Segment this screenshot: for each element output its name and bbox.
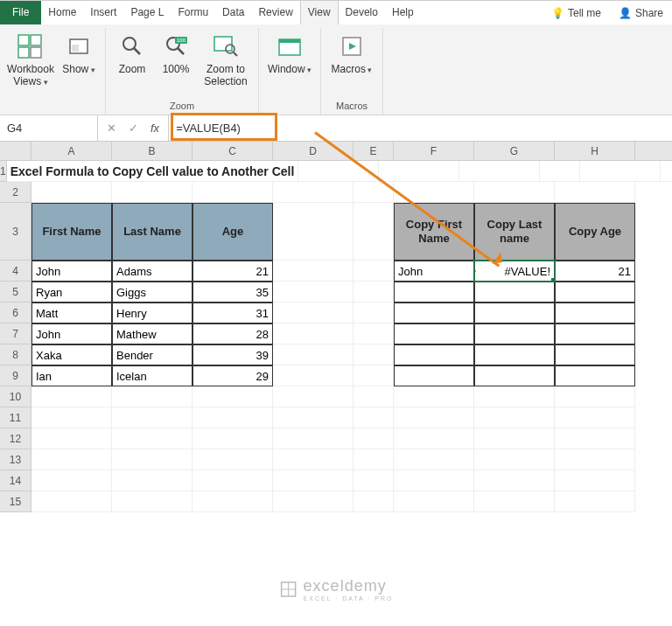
tab-view[interactable]: View — [300, 1, 339, 24]
watermark-icon — [279, 580, 298, 599]
enter-icon[interactable]: ✓ — [129, 122, 138, 135]
col-header-f[interactable]: F — [394, 142, 474, 160]
row-header-3[interactable]: 3 — [0, 203, 32, 261]
t2-header-first[interactable]: Copy First Name — [394, 203, 474, 261]
name-box[interactable]: G4 — [0, 115, 98, 141]
tab-page-layout[interactable]: Page L — [123, 1, 171, 24]
cell-g8[interactable] — [474, 344, 555, 365]
macros-button[interactable]: Macros — [326, 28, 377, 99]
col-header-a[interactable]: A — [32, 142, 112, 160]
row-header-9[interactable]: 9 — [0, 365, 32, 386]
workbook-views-button[interactable]: Workbook Views — [5, 28, 56, 99]
col-header-h[interactable]: H — [555, 142, 635, 160]
tab-review[interactable]: Review — [251, 1, 299, 24]
cell-f8[interactable] — [394, 344, 474, 365]
row-header-2[interactable]: 2 — [0, 182, 32, 203]
cell-g5[interactable] — [474, 282, 555, 303]
cell-c7[interactable]: 28 — [192, 323, 273, 344]
fill-handle[interactable] — [550, 277, 555, 282]
cell-c5[interactable]: 35 — [192, 282, 273, 303]
row-header-7[interactable]: 7 — [0, 323, 32, 344]
cell-h7[interactable] — [555, 323, 635, 344]
col-header-g[interactable]: G — [474, 142, 555, 160]
cell-a7[interactable]: John — [32, 323, 112, 344]
cell-a8[interactable]: Xaka — [32, 344, 112, 365]
cell-a6[interactable]: Matt — [32, 303, 112, 323]
cell-a4[interactable]: John — [32, 261, 112, 282]
tab-data[interactable]: Data — [215, 1, 251, 24]
col-header-b[interactable]: B — [112, 142, 192, 160]
row-header-1[interactable]: 1 — [0, 161, 7, 182]
cell-f6[interactable] — [394, 303, 474, 323]
cell-g9[interactable] — [474, 365, 555, 386]
fx-icon[interactable]: fx — [150, 122, 159, 135]
row-header-15[interactable]: 15 — [0, 491, 32, 512]
zoom-100-button[interactable]: 100 100% — [155, 28, 197, 99]
cell-c4[interactable]: 21 — [192, 261, 273, 282]
tab-developer[interactable]: Develo — [339, 1, 385, 24]
svg-text:100: 100 — [177, 38, 186, 43]
cell-g6[interactable] — [474, 303, 555, 323]
row-header-13[interactable]: 13 — [0, 449, 32, 470]
formula-highlight-box — [171, 113, 277, 141]
t1-header-last[interactable]: Last Name — [112, 203, 192, 261]
cell-g4[interactable]: #VALUE! — [474, 261, 555, 282]
cell-a9[interactable]: Ian — [32, 365, 112, 386]
row-header-10[interactable]: 10 — [0, 386, 32, 407]
row-header-8[interactable]: 8 — [0, 344, 32, 365]
cell-b5[interactable]: Giggs — [112, 282, 192, 303]
select-all-corner[interactable] — [0, 142, 32, 160]
sheet-title[interactable]: Excel Formula to Copy Cell value to Anot… — [7, 161, 299, 182]
row-header-12[interactable]: 12 — [0, 428, 32, 449]
window-icon — [277, 31, 302, 61]
show-button[interactable]: Show — [58, 28, 100, 99]
cell-c8[interactable]: 39 — [192, 344, 273, 365]
tab-file[interactable]: File — [0, 1, 41, 24]
t2-header-age[interactable]: Copy Age — [555, 203, 635, 261]
cell-b4[interactable]: Adams — [112, 261, 192, 282]
tab-insert[interactable]: Insert — [83, 1, 123, 24]
cell-f5[interactable] — [394, 282, 474, 303]
cell-f9[interactable] — [394, 365, 474, 386]
cell-b8[interactable]: Bender — [112, 344, 192, 365]
formula-input[interactable]: =VALUE(B4) — [169, 115, 672, 141]
tab-formulas[interactable]: Formu — [171, 1, 215, 24]
col-header-e[interactable]: E — [354, 142, 394, 160]
cell-h6[interactable] — [555, 303, 635, 323]
cell-b9[interactable]: Icelan — [112, 365, 192, 386]
share-button[interactable]: 👤 Share — [610, 7, 672, 19]
zoom-icon — [121, 31, 144, 61]
svg-line-9 — [178, 48, 184, 54]
window-button[interactable]: Window — [264, 28, 315, 99]
ribbon-tabs: File Home Insert Page L Formu Data Revie… — [0, 0, 672, 24]
t1-header-first[interactable]: First Name — [32, 203, 112, 261]
cell-g7[interactable] — [474, 323, 555, 344]
tell-me[interactable]: 💡 Tell me — [542, 7, 610, 19]
tab-home[interactable]: Home — [41, 1, 83, 24]
cell-c6[interactable]: 31 — [192, 303, 273, 323]
cell-c9[interactable]: 29 — [192, 365, 273, 386]
t2-header-last[interactable]: Copy Last name — [474, 203, 555, 261]
cell-h5[interactable] — [555, 282, 635, 303]
svg-line-7 — [134, 48, 140, 54]
cell-f7[interactable] — [394, 323, 474, 344]
cell-b7[interactable]: Mathew — [112, 323, 192, 344]
cell-h4[interactable]: 21 — [555, 261, 635, 282]
cell-f4[interactable]: John — [394, 261, 474, 282]
zoom-button[interactable]: Zoom — [111, 28, 153, 99]
t1-header-age[interactable]: Age — [192, 203, 273, 261]
cell-h9[interactable] — [555, 365, 635, 386]
tab-help[interactable]: Help — [385, 1, 421, 24]
error-indicator-icon[interactable] — [474, 261, 476, 282]
cell-h8[interactable] — [555, 344, 635, 365]
zoom-selection-button[interactable]: Zoom to Selection — [199, 28, 253, 99]
row-header-4[interactable]: 4 — [0, 261, 32, 282]
cancel-icon[interactable]: ✕ — [107, 122, 116, 135]
row-header-5[interactable]: 5 — [0, 282, 32, 303]
cell-a5[interactable]: Ryan — [32, 282, 112, 303]
col-header-c[interactable]: C — [192, 142, 273, 160]
row-header-11[interactable]: 11 — [0, 407, 32, 428]
row-header-6[interactable]: 6 — [0, 303, 32, 323]
cell-b6[interactable]: Henry — [112, 303, 192, 323]
row-header-14[interactable]: 14 — [0, 470, 32, 491]
